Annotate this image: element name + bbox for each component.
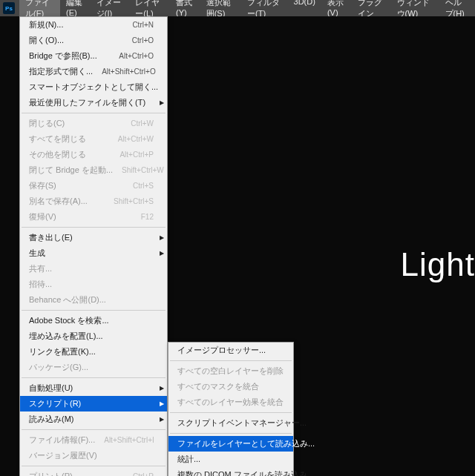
menu-entry[interactable]: 指定形式で開く...Alt+Shift+Ctrl+O — [20, 64, 167, 79]
menu-entry-label: Adobe Stock を検索... — [29, 315, 109, 326]
menu-entry-label: 保存(S) — [29, 180, 56, 191]
menubar: Ps ファイル(F)編集(E)イメージ(I)レイヤー(L)書式(Y)選択範囲(S… — [0, 0, 475, 16]
menu-entry-label: その他を閉じる — [29, 149, 86, 160]
menu-entry-label: スクリプト(R) — [29, 398, 81, 409]
menu-entry: ファイル情報(F)...Alt+Shift+Ctrl+I — [20, 432, 167, 448]
menu-entry-label: バージョン履歴(V) — [29, 450, 97, 461]
menu-entry-label: 新規(N)... — [29, 19, 63, 30]
menu-separator — [170, 360, 292, 361]
menu-separator — [170, 412, 292, 413]
menu-entry-label: 埋め込みを配置(L)... — [29, 331, 103, 342]
menu-separator — [22, 310, 166, 311]
menu-entry-label: 生成 — [29, 248, 45, 259]
menu-shortcut: Alt+Shift+Ctrl+I — [104, 436, 154, 444]
submenu-arrow-icon: ▶ — [160, 385, 164, 391]
menu-separator — [22, 227, 166, 228]
menu-entry: その他を閉じるAlt+Ctrl+P — [20, 147, 167, 162]
submenu-arrow-icon: ▶ — [160, 234, 164, 241]
menu-entry-label: すべてのマスクを統合 — [177, 381, 259, 392]
submenu-arrow-icon: ▶ — [160, 250, 164, 257]
menu-entry[interactable]: 統計... — [168, 452, 293, 467]
photoshop-logo-icon: Ps — [3, 2, 15, 14]
menu-entry: すべての空白レイヤーを削除 — [168, 363, 293, 379]
menu-entry: 保存(S)Ctrl+S — [20, 178, 167, 194]
menu-entry[interactable]: 自動処理(U)▶ — [20, 380, 167, 396]
menu-separator — [170, 433, 292, 434]
menu-entry[interactable]: 最近使用したファイルを開く(T)▶ — [20, 95, 167, 110]
menu-entry-label: Behance へ公開(D)... — [29, 294, 106, 305]
menu-entry[interactable]: スクリプトイベントマネージャー... — [168, 415, 293, 431]
menu-separator — [22, 377, 166, 378]
menu-entry-label: すべてのレイヤー効果を統合 — [177, 397, 284, 408]
menu-entry: Behance へ公開(D)... — [20, 292, 167, 308]
menu-entry[interactable]: Bridge で参照(B)...Alt+Ctrl+O — [20, 48, 167, 64]
menu-entry-label: 招待... — [29, 279, 52, 290]
menu-shortcut: Alt+Ctrl+W — [118, 135, 154, 143]
menu-entry: 招待... — [20, 277, 167, 292]
menu-separator — [22, 466, 166, 466]
menu-entry-label: ファイルをレイヤーとして読み込み... — [177, 438, 315, 449]
menu-entry-label: プリント(P)... — [29, 471, 79, 476]
menu-entry[interactable]: 新規(N)...Ctrl+N — [20, 17, 167, 33]
menu-entry-label: 別名で保存(A)... — [29, 196, 88, 207]
menu-entry-label: 読み込み(M) — [29, 414, 74, 425]
menu-shortcut: F12 — [141, 213, 154, 221]
menu-entry-label: 閉じる(C) — [29, 118, 65, 129]
menu-shortcut: Ctrl+N — [132, 21, 154, 29]
file-menu-dropdown: 新規(N)...Ctrl+N開く(O)...Ctrl+OBridge で参照(B… — [19, 16, 168, 476]
submenu-arrow-icon: ▶ — [160, 99, 164, 106]
menu-entry-label: Bridge で参照(B)... — [29, 50, 97, 62]
menu-entry-label: リンクを配置(K)... — [29, 346, 96, 357]
menu-entry: すべてのレイヤー効果を統合 — [168, 394, 293, 410]
menu-entry-label: 複数の DICOM ファイルを読み込み... — [177, 469, 314, 476]
menu-shortcut: Shift+Ctrl+S — [114, 197, 154, 205]
menu-entry-label: 閉じて Bridge を起動... — [29, 165, 113, 176]
menu-separator — [22, 429, 166, 430]
menu-entry[interactable]: 埋め込みを配置(L)... — [20, 328, 167, 344]
menu-entry[interactable]: リンクを配置(K)... — [20, 344, 167, 360]
menu-shortcut: Ctrl+W — [131, 119, 154, 128]
menu-entry: パッケージ(G)... — [20, 360, 167, 375]
menu-separator — [22, 113, 166, 113]
menu-entry-label: 復帰(V) — [29, 211, 56, 222]
menu-entry: すべてを閉じるAlt+Ctrl+W — [20, 131, 167, 147]
menu-entry: すべてのマスクを統合 — [168, 379, 293, 394]
menu-entry[interactable]: 複数の DICOM ファイルを読み込み... — [168, 467, 293, 476]
submenu-arrow-icon: ▶ — [160, 416, 164, 423]
menu-entry-label: 開く(O)... — [29, 35, 64, 46]
menu-entry[interactable]: ファイルをレイヤーとして読み込み... — [168, 436, 293, 452]
menu-entry-label: すべてを閉じる — [29, 133, 86, 145]
menu-entry-label: 共有... — [29, 263, 52, 274]
menu-entry[interactable]: 書き出し(E)▶ — [20, 230, 167, 245]
menu-entry: 別名で保存(A)...Shift+Ctrl+S — [20, 194, 167, 209]
menu-entry-label: イメージプロセッサー... — [177, 345, 266, 356]
menu-entry: 共有... — [20, 261, 167, 277]
menu-entry: 閉じる(C)Ctrl+W — [20, 116, 167, 131]
menu-entry[interactable]: 生成▶ — [20, 245, 167, 261]
menu-shortcut: Ctrl+S — [133, 182, 154, 190]
menu-entry[interactable]: スクリプト(R)▶ — [20, 396, 167, 411]
menu-entry-label: 最近使用したファイルを開く(T) — [29, 97, 145, 108]
menu-entry-label: パッケージ(G)... — [29, 362, 88, 373]
menu-entry: プリント(P)...Ctrl+P — [20, 469, 167, 476]
menu-entry-label: スマートオブジェクトとして開く... — [29, 82, 158, 93]
menu-entry[interactable]: 開く(O)...Ctrl+O — [20, 33, 167, 48]
script-submenu-dropdown: イメージプロセッサー...すべての空白レイヤーを削除すべてのマスクを統合すべての… — [168, 342, 294, 476]
menu-entry-label: ファイル情報(F)... — [29, 434, 95, 446]
menu-entry[interactable]: スマートオブジェクトとして開く... — [20, 79, 167, 95]
menu-entry[interactable]: イメージプロセッサー... — [168, 343, 293, 358]
menu-entry-label: 統計... — [177, 454, 200, 465]
menu-entry-label: 指定形式で開く... — [29, 66, 93, 77]
menu-entry-label: 書き出し(E) — [29, 232, 73, 243]
menu-entry-label: すべての空白レイヤーを削除 — [177, 366, 284, 377]
menu-shortcut: Alt+Shift+Ctrl+O — [102, 67, 156, 76]
menu-shortcut: Ctrl+P — [133, 472, 154, 476]
menu-entry[interactable]: 読み込み(M)▶ — [20, 411, 167, 427]
menu-entry: バージョン履歴(V) — [20, 448, 167, 463]
menu-entry: 閉じて Bridge を起動...Shift+Ctrl+W — [20, 162, 167, 178]
menu-shortcut: Alt+Ctrl+P — [119, 151, 154, 159]
menu-entry: 復帰(V)F12 — [20, 209, 167, 225]
canvas-splash-text: Light — [401, 246, 475, 283]
menu-entry[interactable]: Adobe Stock を検索... — [20, 313, 167, 328]
menu-shortcut: Ctrl+O — [132, 36, 154, 44]
